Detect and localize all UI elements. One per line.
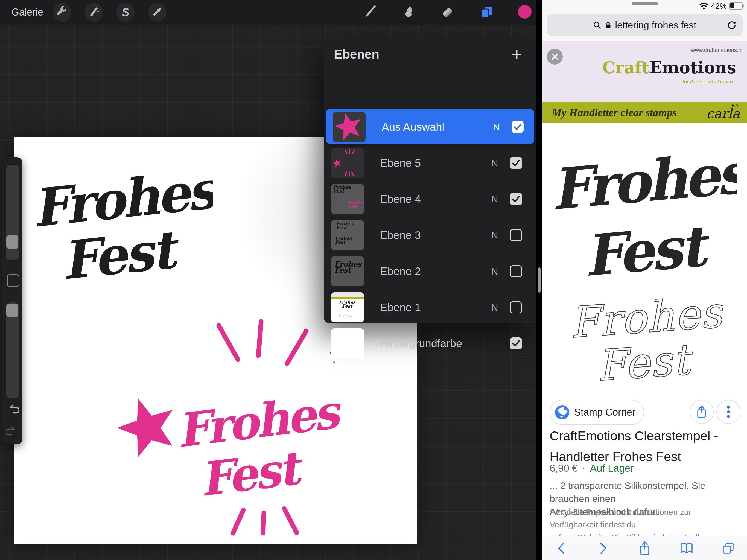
procreate-toolbar: Galerie S <box>0 0 536 25</box>
redo-button[interactable] <box>5 424 19 438</box>
brush-tool-button[interactable] <box>361 3 380 22</box>
redo-icon <box>6 426 19 436</box>
battery-percentage: 42% <box>711 2 727 11</box>
layer-row-ebene-2[interactable]: FrohesFest Ebene 2 N <box>324 253 536 289</box>
svg-text:Fest: Fest <box>59 219 183 287</box>
layer-thumbnail <box>333 112 366 142</box>
layers-panel: Ebenen + Aus Auswahl N <box>324 38 536 323</box>
layer-name: Ebene 2 <box>380 253 421 289</box>
active-color-circle <box>517 4 532 20</box>
banner-signature: BY carla <box>706 103 740 119</box>
price-row: 6,90 € · Auf Lager <box>549 463 634 474</box>
forward-button[interactable] <box>594 539 613 558</box>
layer-thumbnail: FrohesFest FrohesFest <box>331 220 364 250</box>
close-image-button[interactable] <box>547 49 563 65</box>
layer-visibility-checkbox[interactable] <box>510 229 522 241</box>
product-image-header: www.craftemotions.nl CraftEmotions for t… <box>542 41 747 102</box>
color-swatch-button[interactable] <box>515 3 534 22</box>
share-page-button[interactable] <box>635 539 654 558</box>
reload-icon <box>726 20 737 30</box>
layer-visibility-checkbox[interactable] <box>510 337 522 350</box>
gallery-button[interactable]: Galerie <box>11 0 43 25</box>
ipad-splitview: Galerie S <box>0 0 747 560</box>
smudge-icon <box>402 5 415 19</box>
black-lettering-artwork: Frohes Fest <box>33 159 213 287</box>
search-icon <box>593 21 601 29</box>
layer-row-hintergrundfarbe[interactable]: Hintergrundfarbe <box>324 325 536 361</box>
layers-panel-title: Ebenen <box>334 47 379 61</box>
safari-app: 42% lettering frohes fest <box>542 0 747 560</box>
layer-thumbnail: FrohesFest FrohesFest <box>331 184 364 214</box>
brush-size-slider[interactable] <box>6 164 19 261</box>
layer-row-ebene-1[interactable]: FrohesFest Frohes Ebene 1 N <box>324 289 536 325</box>
smudge-tool-button[interactable] <box>399 3 418 22</box>
address-bar-text: lettering frohes fest <box>615 20 696 31</box>
source-chip[interactable]: Stamp Corner <box>549 400 644 425</box>
layer-visibility-checkbox[interactable] <box>512 121 524 133</box>
svg-text:Frohes: Frohes <box>553 139 737 222</box>
blend-mode-button[interactable]: N <box>493 109 500 145</box>
blend-mode-button[interactable]: N <box>491 289 498 325</box>
layer-name: Aus Auswahl <box>382 109 444 145</box>
layer-row-ebene-5[interactable]: Ebene 5 N <box>324 145 536 181</box>
undo-icon <box>6 404 19 414</box>
tabs-icon <box>722 542 735 555</box>
banner-text: My Handletter clear stamps <box>552 106 677 119</box>
result-title[interactable]: CraftEmotions Clearstempel - Handletter … <box>549 426 741 467</box>
brush-opacity-handle[interactable] <box>6 304 18 317</box>
chevron-right-icon <box>599 542 607 555</box>
layer-visibility-checkbox[interactable] <box>510 193 522 205</box>
selection-s-icon: S <box>122 6 129 19</box>
three-dots-icon <box>726 405 730 418</box>
image-result-card: www.craftemotions.nl CraftEmotions for t… <box>542 41 747 390</box>
layer-row-aus-auswahl[interactable]: Aus Auswahl N <box>326 109 534 144</box>
brush-size-handle[interactable] <box>6 235 18 249</box>
stock-status: Auf Lager <box>590 463 634 474</box>
tabs-button[interactable] <box>719 539 738 558</box>
selection-button[interactable]: S <box>117 3 134 22</box>
move-arrow-icon <box>151 6 163 19</box>
layer-visibility-checkbox[interactable] <box>510 301 522 313</box>
layer-thumbnail: FrohesFest <box>331 256 364 286</box>
layer-row-ebene-4[interactable]: FrohesFest FrohesFest Ebene 4 N <box>324 181 536 217</box>
brush-icon <box>364 5 377 19</box>
source-url: www.craftemotions.nl <box>691 47 743 53</box>
book-icon <box>679 542 694 555</box>
layer-visibility-checkbox[interactable] <box>510 157 522 169</box>
layer-thumbnail <box>331 148 364 178</box>
procreate-app: Galerie S <box>0 0 536 560</box>
eraser-tool-button[interactable] <box>438 3 457 22</box>
transform-button[interactable] <box>148 3 166 22</box>
bookmarks-button[interactable] <box>677 539 696 558</box>
splitview-drag-handle[interactable] <box>538 268 541 292</box>
blend-mode-button[interactable]: N <box>491 217 498 253</box>
back-button[interactable] <box>552 539 571 558</box>
separator-dot: · <box>582 463 585 474</box>
layer-name: Ebene 1 <box>380 289 421 325</box>
layers-panel-button[interactable] <box>477 3 496 22</box>
more-options-button[interactable] <box>716 400 741 424</box>
modify-button[interactable] <box>7 274 19 287</box>
adjustments-button[interactable] <box>85 3 103 22</box>
layers-panel-header: Ebenen + <box>324 38 536 70</box>
add-layer-button[interactable]: + <box>506 42 528 66</box>
layer-row-ebene-3[interactable]: FrohesFest FrohesFest Ebene 3 N <box>324 217 536 253</box>
layer-name: Ebene 3 <box>380 217 421 253</box>
reload-button[interactable] <box>726 14 737 36</box>
address-bar[interactable]: lettering frohes fest <box>547 14 743 36</box>
undo-button[interactable] <box>5 402 19 416</box>
share-result-button[interactable] <box>690 400 714 424</box>
svg-text:Fest: Fest <box>595 334 695 385</box>
blend-mode-button[interactable]: N <box>491 145 498 181</box>
actions-button[interactable] <box>53 3 71 22</box>
wrench-icon <box>56 6 68 19</box>
window-drag-pill[interactable] <box>632 2 658 5</box>
blend-mode-button[interactable]: N <box>491 181 498 217</box>
brush-opacity-slider[interactable] <box>6 302 19 399</box>
stamp-banner: My Handletter clear stamps BY carla <box>542 102 747 123</box>
layer-visibility-checkbox[interactable] <box>510 265 522 277</box>
layers-icon <box>480 5 493 20</box>
blend-mode-button[interactable]: N <box>491 253 498 289</box>
wifi-icon <box>699 2 709 10</box>
eraser-icon <box>441 5 454 19</box>
